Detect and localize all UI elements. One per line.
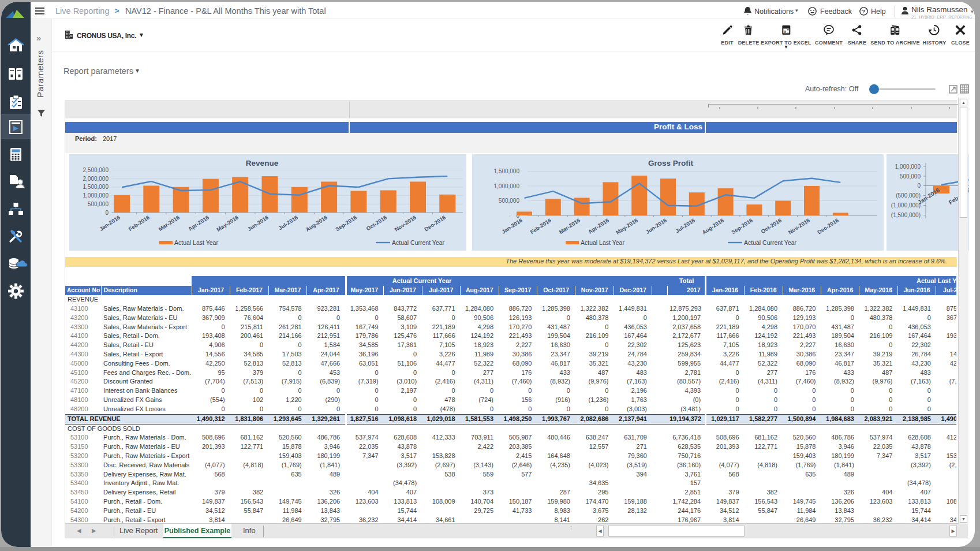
svg-text:0: 0 <box>917 183 921 189</box>
svg-text:?: ? <box>862 8 866 14</box>
svg-text:1,500,000: 1,500,000 <box>494 168 520 174</box>
svg-text:Actual Current Year: Actual Current Year <box>744 239 797 246</box>
svg-text:2,500,000: 2,500,000 <box>83 167 109 173</box>
svg-text:(1,000,000): (1,000,000) <box>891 202 921 209</box>
svg-text:2,000,000: 2,000,000 <box>83 176 109 182</box>
svg-text:500,000: 500,000 <box>499 198 520 204</box>
svg-text:(1,500,000): (1,500,000) <box>891 212 921 218</box>
svg-text:500,000: 500,000 <box>88 201 109 207</box>
svg-text:Actual Current Year: Actual Current Year <box>392 239 445 246</box>
svg-text:1,000,000: 1,000,000 <box>83 192 109 199</box>
svg-text:x: x <box>784 29 786 33</box>
svg-text:Actual Last Year: Actual Last Year <box>174 239 218 246</box>
svg-text:500,000: 500,000 <box>900 173 921 180</box>
svg-text:Actual Last Year: Actual Last Year <box>581 239 624 246</box>
svg-text:1,500,000: 1,500,000 <box>83 184 109 190</box>
svg-text:Gross Profit: Gross Profit <box>648 159 694 167</box>
svg-text:1,000,000: 1,000,000 <box>494 183 520 189</box>
svg-text:Revenue: Revenue <box>246 159 279 167</box>
svg-text:(500,000): (500,000) <box>896 192 921 199</box>
svg-text:1,000,000: 1,000,000 <box>895 163 921 170</box>
